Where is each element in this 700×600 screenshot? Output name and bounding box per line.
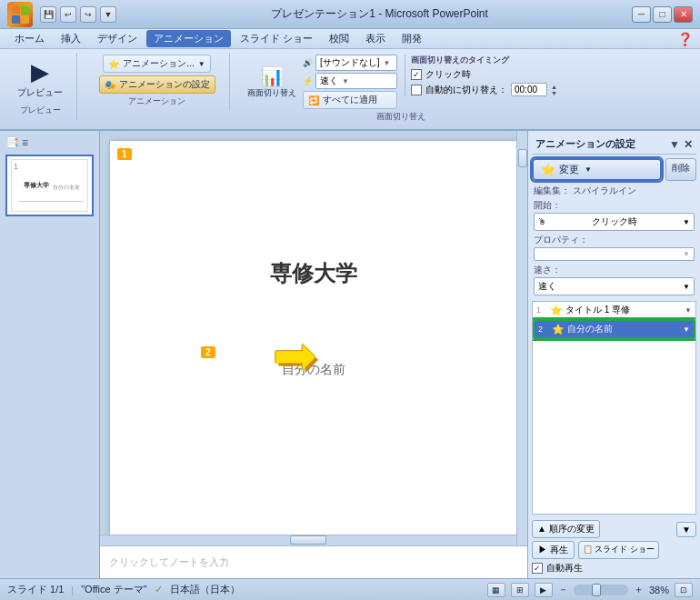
slide-thumb-inner: 1 専修大学 自分の名前 (11, 159, 88, 212)
order-up-button[interactable]: ▲ 順序の変更 (532, 520, 600, 538)
auto-time-input[interactable]: 00:00 (511, 83, 547, 96)
panel-resize-icon[interactable]: ▼ (669, 138, 680, 151)
arrow-overlay: ➡ (273, 329, 317, 382)
menu-view[interactable]: 表示 (358, 30, 393, 47)
speed-select[interactable]: 速く ▼ (315, 73, 397, 89)
click-checkbox[interactable] (411, 69, 422, 80)
sound-select[interactable]: [サウンドなし] ▼ (315, 55, 397, 71)
slidesorter-view-button[interactable]: ⊞ (511, 583, 529, 597)
anim-list-item-2[interactable]: 2 ⭐ 自分の名前 ▼ (533, 319, 695, 339)
menu-review[interactable]: 校閲 (322, 30, 356, 47)
redo-button[interactable]: ↪ (80, 6, 96, 23)
group-label-slide-change: 画面切り替え (376, 111, 425, 123)
time-up-btn[interactable]: ▲ (551, 84, 557, 90)
vertical-scrollbar[interactable] (516, 131, 527, 545)
slideshow-view-button[interactable]: ▶ (535, 583, 553, 597)
item1-dropdown-icon[interactable]: ▼ (685, 306, 692, 315)
item-label-2: 自分の名前 (567, 323, 680, 335)
group-label-preview: プレビュー (20, 105, 61, 116)
item-num-2: 2 (538, 325, 549, 334)
quick-access-toolbar: 💾 ↩ ↪ ▼ (40, 6, 116, 23)
panel-close-icon[interactable]: ✕ (684, 138, 693, 151)
auto-play-checkbox[interactable] (532, 563, 543, 574)
fit-window-button[interactable]: ⊡ (675, 583, 693, 597)
slide-title[interactable]: 専修大学 (151, 259, 476, 288)
ribbon: ▶ プレビュー プレビュー ⭐ アニメーション... ▼ 🎭 アニメーションの設… (0, 49, 700, 131)
apply-all-button[interactable]: 🔁 すべてに適用 (303, 91, 397, 109)
big-arrow-icon: ➡ (273, 329, 317, 382)
auto-play-row: 自動再生 (532, 562, 696, 575)
slide-number-badge: 1 (117, 148, 132, 160)
slideshow-button[interactable]: 📋 スライド ショー (578, 541, 659, 559)
play-controls: ▶ 再生 📋 スライド ショー (532, 541, 696, 559)
menu-dev[interactable]: 開発 (395, 30, 429, 47)
thumb-title: 専修大学 (20, 181, 53, 190)
scrollbar-thumb[interactable] (518, 149, 527, 167)
help-icon[interactable]: ❓ (677, 32, 693, 46)
theme-check-icon: ✓ (155, 584, 163, 595)
slide-thumb-num: 1 (14, 162, 18, 171)
zoom-minus-btn[interactable]: － (558, 583, 568, 596)
item-num-1: 1 (536, 305, 547, 315)
outline-icon[interactable]: ≡ (22, 136, 28, 149)
svg-rect-3 (21, 15, 29, 24)
ribbon-group-preview: ▶ プレビュー プレビュー (4, 53, 77, 120)
slide-change-button[interactable]: 📊 画面切り替え (245, 63, 299, 102)
zoom-slider[interactable] (574, 585, 628, 595)
auto-timing-row: 自動的に切り替え： 00:00 ▲ ▼ (411, 83, 557, 96)
animation-set-button[interactable]: 🎭 アニメーションの設定 (99, 75, 215, 94)
start-select-arrow: ▼ (683, 218, 690, 226)
anim-remove-button[interactable]: 削除 (665, 158, 696, 181)
horizontal-scrollbar[interactable] (100, 535, 516, 545)
auto-checkbox[interactable] (411, 85, 422, 95)
customize-button[interactable]: ▼ (100, 6, 116, 23)
menu-bar: ホーム 挿入 デザイン アニメーション スライド ショー 校閲 表示 開発 ❓ (0, 29, 700, 49)
undo-button[interactable]: ↩ (60, 6, 76, 23)
slide-canvas[interactable]: 1 専修大学 2 自分の名前 ➡ (109, 140, 518, 536)
main-area: 📑 ≡ 1 専修大学 自分の名前 1 専修大学 2 自分の名前 ➡ (0, 131, 700, 578)
notes-area[interactable]: クリックしてノートを入力 (100, 545, 527, 578)
slide-badge-2: 2 (201, 346, 215, 358)
play-button[interactable]: ▶ 再生 (532, 541, 575, 559)
zoom-plus-btn[interactable]: ＋ (634, 583, 644, 596)
slide-main: 1 専修大学 2 自分の名前 ➡ (100, 131, 527, 545)
prop-select[interactable]: ▼ (534, 247, 695, 261)
svg-rect-2 (12, 15, 20, 24)
item2-dropdown-icon[interactable]: ▼ (683, 325, 690, 334)
ribbon-group-animation: ⭐ アニメーション... ▼ 🎭 アニメーションの設定 アニメーション (85, 53, 230, 111)
minimize-button[interactable]: ─ (632, 6, 651, 23)
panel-expand-icon[interactable]: 📑 (5, 136, 19, 149)
anim-list-item-1[interactable]: 1 ⭐ タイトル 1 専修 ▼ (533, 302, 695, 319)
slide-thumbnail-1[interactable]: 1 専修大学 自分の名前 (5, 155, 94, 216)
menu-home[interactable]: ホーム (7, 30, 52, 47)
menu-animation[interactable]: アニメーション (146, 30, 231, 47)
anim-change-button[interactable]: ⭐ 変更 ▼ (532, 158, 662, 181)
star-icon: ⭐ (541, 163, 555, 176)
time-down-btn[interactable]: ▼ (551, 90, 557, 96)
anim-panel-icons: ▼ ✕ (669, 138, 693, 151)
menu-slideshow[interactable]: スライド ショー (233, 30, 320, 47)
animation-select-button[interactable]: ⭐ アニメーション... ▼ (103, 55, 210, 73)
start-select[interactable]: 🖱 クリック時 ▼ (534, 213, 695, 231)
normal-view-button[interactable]: ▦ (487, 583, 505, 597)
prop-label: プロパティ： (534, 234, 695, 246)
anim-panel-title: アニメーションの設定 (535, 137, 635, 151)
window-title: プレゼンテーション1 - Microsoft PowerPoint (127, 6, 632, 22)
preview-button[interactable]: ▶ プレビュー (11, 55, 69, 103)
anim-list-area: 1 ⭐ タイトル 1 専修 ▼ 2 ⭐ 自分の名前 ▼ (532, 301, 696, 515)
maximize-button[interactable]: □ (653, 6, 672, 23)
speed-select-arrow: ▼ (683, 283, 690, 291)
zoom-slider-thumb[interactable] (592, 584, 601, 596)
speed-select[interactable]: 速く ▼ (534, 277, 695, 295)
order-down-button[interactable]: ▼ (676, 522, 696, 537)
menu-insert[interactable]: 挿入 (54, 30, 88, 47)
notes-placeholder: クリックしてノートを入力 (109, 555, 229, 569)
change-arrow-icon: ▼ (585, 165, 592, 174)
close-button[interactable]: ✕ (674, 6, 693, 23)
anim-bottom-controls: ▲ 順序の変更 ▼ (532, 520, 696, 538)
prop-select-arrow: ▼ (683, 250, 690, 258)
menu-design[interactable]: デザイン (90, 30, 145, 47)
app-logo (7, 2, 33, 27)
save-button[interactable]: 💾 (40, 6, 56, 23)
h-scrollbar-thumb[interactable] (290, 535, 326, 545)
